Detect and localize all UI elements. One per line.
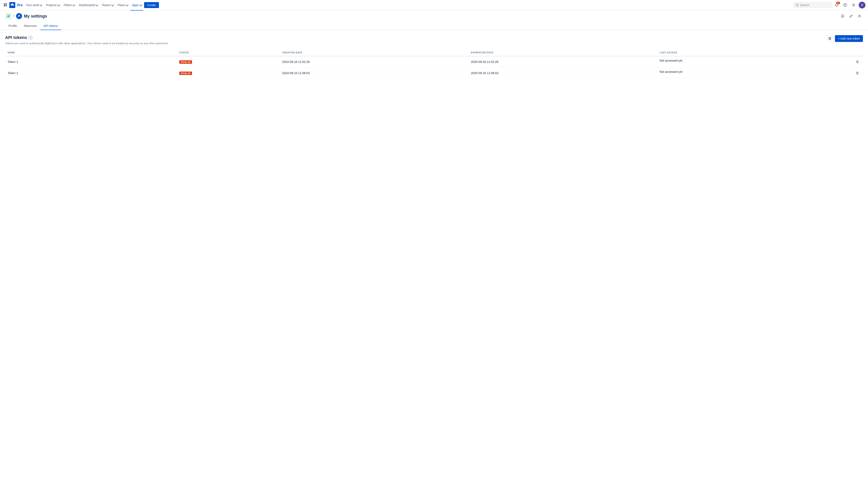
token-expiration-date: 2025-09-16 11:02:26 [468, 56, 657, 67]
token-last-access: Not accessed yet [657, 67, 863, 79]
add-token-button[interactable]: + Add new token [835, 35, 863, 42]
topnav-right: Search 9+ U [793, 2, 866, 9]
nav-filters[interactable]: Filters [62, 2, 76, 8]
tab-absences[interactable]: Absences [20, 22, 40, 30]
teams-chevron-icon [111, 3, 114, 6]
svg-rect-3 [6, 5, 7, 6]
search-icon [796, 3, 799, 7]
col-header-last-access: LAST ACCESS [657, 49, 863, 56]
nav-apps[interactable]: Apps [130, 2, 143, 8]
settings-button[interactable] [850, 2, 857, 9]
svg-point-15 [859, 15, 860, 16]
search-placeholder: Search [800, 3, 809, 7]
apps-grid-icon[interactable] [2, 2, 9, 8]
edit-button[interactable] [848, 13, 855, 20]
svg-point-8 [845, 6, 845, 6]
projects-chevron-icon [57, 3, 60, 6]
help-button[interactable] [842, 2, 848, 9]
status-badge: INVALID [179, 60, 192, 64]
col-header-name: NAME [5, 49, 177, 56]
main-content: API tokens ? Tokens are used to authenti… [0, 30, 868, 84]
svg-line-6 [798, 6, 798, 6]
info-icon [841, 14, 844, 18]
user-avatar[interactable]: U [859, 2, 866, 9]
page-title: My settings [24, 14, 47, 19]
token-name: Token 1 [5, 56, 177, 67]
table-body: Token 1 INVALID 2024-09-16 11:02:26 2025… [5, 56, 863, 79]
gear-icon [852, 3, 856, 7]
breadcrumb-actions [839, 13, 863, 20]
nav-plans[interactable]: Plans [116, 2, 130, 8]
your-work-chevron-icon [40, 3, 43, 6]
tabs-bar: Profile Absences API tokens [0, 22, 868, 30]
notifications-button[interactable]: 9+ [833, 2, 840, 9]
svg-point-11 [19, 15, 20, 16]
breadcrumb: / My settings [0, 10, 868, 22]
jira-logo[interactable]: Jira [9, 2, 22, 8]
trash-icon [856, 72, 859, 75]
col-header-creation: CREATION DATE [279, 49, 468, 56]
breadcrumb-separator: / [13, 14, 14, 18]
svg-rect-10 [7, 14, 10, 18]
project-icon [5, 13, 12, 20]
table-actions: + Add new token [826, 35, 863, 42]
token-last-access: Not accessed yet [657, 56, 863, 67]
row-delete-button[interactable] [855, 59, 860, 65]
search-box[interactable]: Search [793, 2, 831, 8]
tab-profile[interactable]: Profile [5, 22, 20, 30]
breadcrumb-current: My settings [16, 13, 47, 19]
svg-rect-0 [4, 3, 5, 5]
table-row: Token 2 INVALID 2024-09-16 11:06:03 2025… [5, 67, 863, 79]
filters-chevron-icon [72, 3, 75, 6]
dashboards-chevron-icon [95, 3, 98, 6]
token-creation-date: 2024-09-16 11:02:26 [279, 56, 468, 67]
nav-teams[interactable]: Teams [100, 2, 115, 8]
svg-point-14 [843, 15, 843, 16]
topnav-left: Jira Your work Projects Filters Dashboar… [2, 2, 793, 8]
trash-icon [828, 37, 831, 40]
notification-badge: 9+ [836, 2, 840, 4]
token-status: INVALID [177, 67, 280, 79]
svg-point-9 [853, 4, 854, 6]
section-title: API tokens [5, 35, 27, 40]
user-icon [858, 14, 861, 18]
token-status: INVALID [177, 56, 280, 67]
table-row: Token 1 INVALID 2024-09-16 11:02:26 2025… [5, 56, 863, 67]
delete-selected-button[interactable] [826, 35, 833, 42]
help-tooltip-icon[interactable]: ? [29, 36, 32, 40]
token-creation-date: 2024-09-16 11:06:03 [279, 67, 468, 79]
nav-your-work[interactable]: Your work [24, 2, 43, 8]
trash-icon [856, 60, 859, 63]
pencil-icon [849, 14, 853, 18]
section-header: API tokens ? [5, 35, 168, 40]
help-icon [843, 3, 847, 7]
svg-rect-1 [6, 3, 7, 5]
apps-chevron-icon [139, 3, 142, 6]
status-badge: INVALID [179, 72, 192, 75]
section-description: Tokens are used to authenticate BigPictu… [5, 42, 168, 45]
tab-api-tokens[interactable]: API tokens [40, 22, 61, 30]
tokens-table: NAME STATUS CREATION DATE EXPIRATION DAT… [5, 49, 863, 79]
svg-rect-2 [4, 5, 5, 6]
topnav: Jira Your work Projects Filters Dashboar… [0, 0, 868, 10]
token-name: Token 2 [5, 67, 177, 79]
nav-projects[interactable]: Projects [44, 2, 61, 8]
create-button[interactable]: Create [144, 2, 159, 8]
user-settings-button[interactable] [856, 13, 863, 20]
plans-chevron-icon [125, 3, 128, 6]
info-button[interactable] [839, 13, 846, 20]
col-header-expiration: EXPIRATION DATE [468, 49, 657, 56]
breadcrumb-user-icon [16, 13, 22, 19]
token-expiration-date: 2025-09-16 11:06:03 [468, 67, 657, 79]
col-header-status: STATUS [177, 49, 280, 56]
row-delete-button[interactable] [855, 70, 860, 76]
nav-dashboards[interactable]: Dashboards [77, 2, 100, 8]
table-header: NAME STATUS CREATION DATE EXPIRATION DAT… [5, 49, 863, 56]
